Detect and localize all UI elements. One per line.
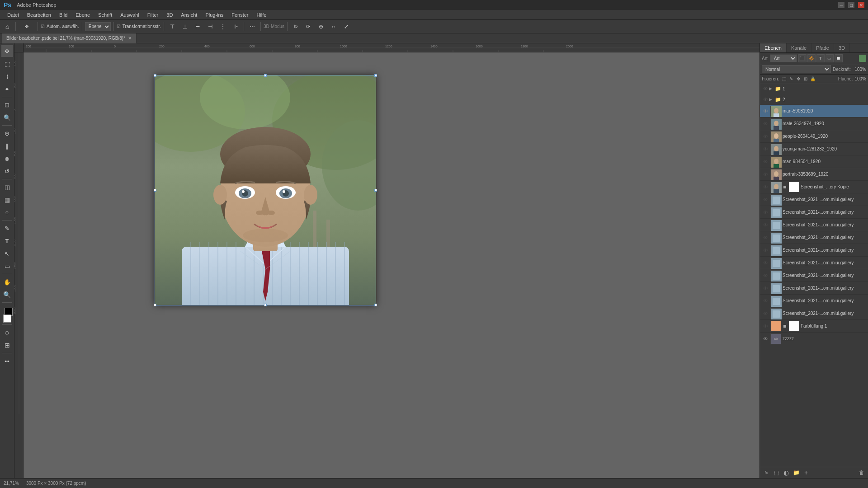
zoom-tool-btn[interactable]: 🔍 bbox=[1, 289, 13, 300]
blend-mode-select[interactable]: Normal Multiplizieren Bildschirm bbox=[762, 65, 831, 73]
layer-group-1[interactable]: 👁 ▶ 📁 1 bbox=[760, 83, 868, 94]
background-color[interactable] bbox=[3, 314, 11, 323]
layer-farbfullung1[interactable]: 👁 Farbfüllung 1 bbox=[760, 320, 868, 333]
layer-vis-portrait33[interactable]: 👁 bbox=[762, 171, 769, 178]
layer-male2634974[interactable]: 👁 male-2634974_1920 bbox=[760, 117, 868, 130]
menu-plugins[interactable]: Plug-ins bbox=[202, 11, 227, 19]
layer-adjustment-button[interactable]: ◐ bbox=[782, 468, 791, 477]
align-hcenter-btn[interactable]: ⋮ bbox=[217, 21, 228, 32]
layer-group-button[interactable]: 📁 bbox=[792, 468, 801, 477]
layer-vis-ss8[interactable]: 👁 bbox=[762, 285, 769, 292]
layer-screenshot3[interactable]: 👁 Screenshot_2021-...om.miui.gallery bbox=[760, 219, 868, 231]
layer-vis-ss9[interactable]: 👁 bbox=[762, 297, 769, 305]
hand-tool-btn[interactable]: ✋ bbox=[1, 276, 13, 288]
layer-vis-people26[interactable]: 👁 bbox=[762, 133, 769, 140]
menu-auswahl[interactable]: Auswahl bbox=[117, 11, 143, 19]
menu-bild[interactable]: Bild bbox=[56, 11, 71, 19]
roll-3d-btn[interactable]: ⟳ bbox=[303, 21, 314, 32]
layer-youngman1281282[interactable]: 👁 young-man-1281282_1920 bbox=[760, 143, 868, 155]
layer-vis-ss10[interactable]: 👁 bbox=[762, 310, 769, 317]
quick-mask-btn[interactable]: ⬡ bbox=[1, 327, 13, 338]
heal-tool-btn[interactable]: ⊕ bbox=[1, 127, 13, 139]
menu-datei[interactable]: Datei bbox=[4, 11, 23, 19]
clone-tool-btn[interactable]: ⊗ bbox=[1, 153, 13, 164]
eraser-tool-btn[interactable]: ◫ bbox=[1, 181, 13, 193]
screen-mode-btn[interactable]: ⊞ bbox=[1, 339, 13, 351]
layer-vis-male2634[interactable]: 👁 bbox=[762, 120, 769, 127]
lock-position-icon[interactable]: ✥ bbox=[795, 75, 802, 82]
pen-tool-btn[interactable]: ✎ bbox=[1, 222, 13, 234]
layer-vis-group2[interactable]: 👁 bbox=[762, 96, 769, 103]
layer-mask-button[interactable]: ⬚ bbox=[772, 468, 781, 477]
align-left-btn[interactable]: ⊣ bbox=[205, 21, 216, 32]
layer-vis-ss-kopie[interactable]: 👁 bbox=[762, 183, 769, 191]
extra-tools-btn[interactable]: ••• bbox=[1, 355, 13, 367]
align-right-btn[interactable]: ⊪ bbox=[230, 21, 241, 32]
group-arrow-1[interactable]: ▶ bbox=[769, 86, 774, 91]
layer-screenshot10[interactable]: 👁 Screenshot_2021-...om.miui.gallery bbox=[760, 307, 868, 320]
shape-tool-btn[interactable]: ▭ bbox=[1, 260, 13, 272]
tool-options-btn[interactable]: ✥ bbox=[19, 21, 35, 32]
layer-man59081920[interactable]: 👁 man-59081920 bbox=[760, 105, 868, 117]
layer-zzzzz[interactable]: 👁 ab zzzzz bbox=[760, 333, 868, 345]
lock-transparent-icon[interactable]: ⬚ bbox=[781, 75, 787, 82]
filter-shape-icon[interactable]: ▭ bbox=[826, 54, 834, 62]
menu-bearbeiten[interactable]: Bearbeiten bbox=[24, 11, 55, 19]
text-tool-btn[interactable]: T bbox=[1, 235, 13, 247]
gradient-tool-btn[interactable]: ▦ bbox=[1, 194, 13, 206]
pan-3d-btn[interactable]: ⊕ bbox=[316, 21, 326, 32]
menu-3d[interactable]: 3D bbox=[163, 11, 176, 19]
layer-screenshot6[interactable]: 👁 Screenshot_2021-...om.miui.gallery bbox=[760, 257, 868, 269]
layer-vis-ss2[interactable]: 👁 bbox=[762, 209, 769, 216]
lock-all-icon[interactable]: 🔒 bbox=[810, 75, 816, 82]
layer-vis-man984[interactable]: 👁 bbox=[762, 158, 769, 165]
layer-man984504[interactable]: 👁 man-984504_1920 bbox=[760, 155, 868, 168]
menu-ansicht[interactable]: Ansicht bbox=[177, 11, 201, 19]
layer-screenshot4[interactable]: 👁 Screenshot_2021-...om.miui.gallery bbox=[760, 231, 868, 244]
layer-screenshot1[interactable]: 👁 Screenshot_2021-...om.miui.gallery bbox=[760, 193, 868, 206]
menu-hilfe[interactable]: Hilfe bbox=[253, 11, 270, 19]
layer-vis-man59[interactable]: 👁 bbox=[762, 108, 769, 115]
brush-tool-btn[interactable]: ∥ bbox=[1, 140, 13, 152]
maximize-button[interactable]: □ bbox=[848, 2, 854, 8]
filter-type-icon[interactable]: T bbox=[816, 54, 825, 62]
path-select-btn[interactable]: ↖ bbox=[1, 248, 13, 259]
home-button[interactable]: ⌂ bbox=[2, 21, 13, 32]
layer-portrait3353699[interactable]: 👁 portrait-3353699_1920 bbox=[760, 168, 868, 181]
tab-pfade[interactable]: Pfade bbox=[811, 43, 834, 52]
layer-type-select[interactable]: Ebene bbox=[85, 22, 111, 31]
document-tab[interactable]: Bilder bearbeiten.psdc bei 21,7% (man-59… bbox=[2, 33, 137, 43]
layer-vis-ss1[interactable]: 👁 bbox=[762, 196, 769, 203]
align-top-btn[interactable]: ⊤ bbox=[167, 21, 178, 32]
lock-image-icon[interactable]: ✎ bbox=[788, 75, 794, 82]
dodge-tool-btn[interactable]: ○ bbox=[1, 206, 13, 218]
layer-screenshot8[interactable]: 👁 Screenshot_2021-...om.miui.gallery bbox=[760, 282, 868, 295]
distribute-btn[interactable]: ⋯ bbox=[247, 21, 258, 32]
align-bottom-btn[interactable]: ⊢ bbox=[192, 21, 203, 32]
canvas-content[interactable] bbox=[24, 52, 760, 478]
move-tool-btn[interactable]: ✥ bbox=[1, 45, 13, 57]
filter-adjust-icon[interactable]: 🔆 bbox=[807, 54, 816, 62]
doctab-close-btn[interactable]: ✕ bbox=[128, 36, 132, 41]
close-button[interactable]: ✕ bbox=[858, 2, 864, 8]
magic-wand-tool-btn[interactable]: ✦ bbox=[1, 83, 13, 95]
filter-toggle[interactable] bbox=[859, 55, 866, 62]
layer-screenshot9[interactable]: 👁 Screenshot_2021-...om.miui.gallery bbox=[760, 295, 868, 307]
marquee-tool-btn[interactable]: ⬚ bbox=[1, 58, 13, 70]
layer-filter-select[interactable]: Art bbox=[770, 54, 797, 62]
layer-screenshot2[interactable]: 👁 Screenshot_2021-...om.miui.gallery bbox=[760, 206, 868, 219]
layer-screenshot5[interactable]: 👁 Screenshot_2021-...om.miui.gallery bbox=[760, 244, 868, 257]
history-brush-btn[interactable]: ↺ bbox=[1, 165, 13, 177]
layer-screenshot-kopie[interactable]: 👁 Screenshot_...ery Kopie bbox=[760, 181, 868, 193]
layer-vis-ss6[interactable]: 👁 bbox=[762, 259, 769, 267]
menu-filter[interactable]: Filter bbox=[144, 11, 162, 19]
menu-schrift[interactable]: Schrift bbox=[94, 11, 116, 19]
layer-vis-youngman[interactable]: 👁 bbox=[762, 145, 769, 153]
layer-vis-group1[interactable]: 👁 bbox=[762, 85, 769, 92]
layer-group-2[interactable]: 👁 ▶ 📁 2 bbox=[760, 94, 868, 105]
menu-ebene[interactable]: Ebene bbox=[72, 11, 94, 19]
tab-kanale[interactable]: Kanäle bbox=[787, 43, 811, 52]
menu-fenster[interactable]: Fenster bbox=[228, 11, 252, 19]
layer-screenshot7[interactable]: 👁 Screenshot_2021-...om.miui.gallery bbox=[760, 269, 868, 282]
layer-new-button[interactable]: + bbox=[802, 468, 811, 477]
